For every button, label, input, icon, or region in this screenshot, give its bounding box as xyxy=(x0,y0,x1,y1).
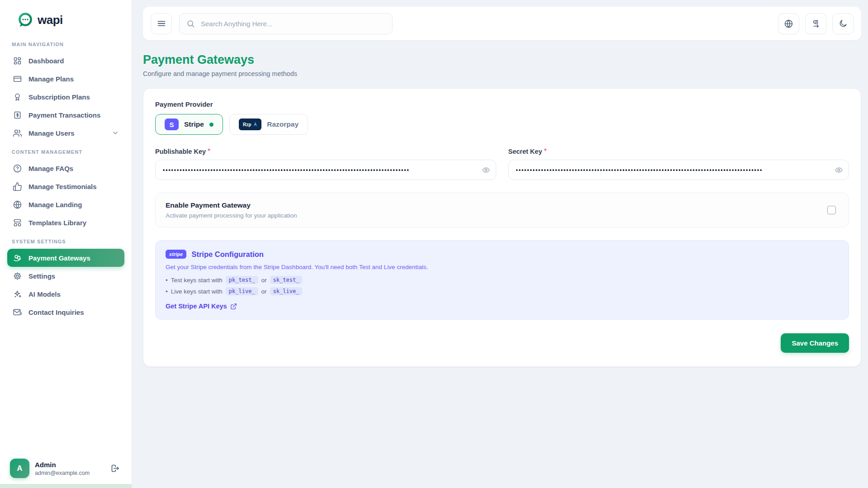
enable-gateway-checkbox[interactable] xyxy=(827,206,836,214)
bullet-text: Test keys start with xyxy=(171,277,223,284)
secret-key-input-wrap xyxy=(508,160,849,180)
text-direction-icon xyxy=(811,19,821,28)
razorpay-arrow-glyph xyxy=(253,122,257,127)
bullet-conjunction: or xyxy=(261,288,267,295)
enable-gateway-title: Enable Payment Gateway xyxy=(166,201,297,209)
enable-gateway-text: Enable Payment Gateway Activate payment … xyxy=(166,201,297,219)
stripe-logo-icon: S xyxy=(165,118,179,130)
dashboard-grid-icon xyxy=(13,56,22,66)
toggle-secret-key-visibility-button[interactable] xyxy=(835,166,843,174)
bullet-text: Live keys start with xyxy=(171,288,223,295)
sidebar-item-manage-users[interactable]: Manage Users xyxy=(7,124,124,142)
user-name: Admin xyxy=(35,461,90,469)
publishable-key-field: Publishable Key* xyxy=(155,147,496,180)
external-link-icon xyxy=(230,303,237,310)
provider-selector: S Stripe Rzp Razorpay xyxy=(155,114,849,135)
nav-section-label-main: MAIN NAVIGATION xyxy=(12,42,120,47)
horizontal-scrollbar[interactable] xyxy=(0,484,132,488)
code-sk-live: sk_live_ xyxy=(270,287,303,295)
enable-gateway-row: Enable Payment Gateway Activate payment … xyxy=(155,193,849,227)
nav-section-label-content: CONTENT MANAGEMENT xyxy=(12,149,120,155)
code-pk-live: pk_live_ xyxy=(226,287,258,295)
stripe-info-description: Get your Stripe credentials from the Str… xyxy=(166,264,839,270)
sidebar-item-label: Payment Gateways xyxy=(28,254,90,262)
card-actions: Save Changes xyxy=(155,333,849,353)
razorpay-logo-icon: Rzp xyxy=(239,118,261,130)
required-asterisk: * xyxy=(544,147,546,155)
get-stripe-api-keys-link[interactable]: Get Stripe API Keys xyxy=(166,303,237,310)
sidebar-item-payment-gateways[interactable]: Payment Gateways xyxy=(7,249,124,267)
menu-toggle-button[interactable] xyxy=(151,13,172,34)
mail-alert-icon xyxy=(13,308,22,317)
page-title: Payment Gateways xyxy=(143,53,857,67)
sidebar-item-payment-transactions[interactable]: Payment Transactions xyxy=(7,106,124,124)
gear-icon xyxy=(13,271,22,281)
selected-dot xyxy=(209,123,213,127)
publishable-key-input-wrap xyxy=(155,160,496,180)
sidebar-item-subscription-plans[interactable]: Subscription Plans xyxy=(7,88,124,106)
chat-bubble-icon xyxy=(17,12,33,28)
language-button[interactable] xyxy=(778,13,799,34)
avatar: A xyxy=(10,459,29,478)
main-area: Payment Gateways Configure and manage pa… xyxy=(132,0,868,488)
code-sk-test: sk_test_ xyxy=(270,276,303,284)
search-box xyxy=(179,13,393,34)
provider-option-stripe[interactable]: S Stripe xyxy=(155,114,223,135)
topbar-actions xyxy=(778,13,854,34)
publishable-key-input[interactable] xyxy=(155,160,496,180)
eye-icon xyxy=(835,166,843,174)
search-input[interactable] xyxy=(200,19,385,28)
bullet-glyph: • xyxy=(166,288,168,295)
sidebar: wapi MAIN NAVIGATION Dashboard xyxy=(0,0,132,488)
chevron-down-icon xyxy=(112,129,119,137)
sidebar-item-label: Payment Transactions xyxy=(28,111,100,119)
sparkles-icon xyxy=(13,289,22,299)
provider-option-razorpay[interactable]: Rzp Razorpay xyxy=(229,114,308,135)
thumbs-up-icon xyxy=(13,182,22,191)
nav-section-label-system: SYSTEM SETTINGS xyxy=(12,239,120,244)
user-card[interactable]: A Admin admin@example.com xyxy=(0,451,132,488)
sidebar-item-contact-inquiries[interactable]: Contact Inquiries xyxy=(7,303,124,321)
link-label: Get Stripe API Keys xyxy=(166,303,227,310)
page-header: Payment Gateways Configure and manage pa… xyxy=(143,53,857,77)
topbar xyxy=(143,7,861,40)
provider-option-label: Stripe xyxy=(184,120,204,128)
bullet-conjunction: or xyxy=(261,277,267,284)
help-circle-icon xyxy=(13,164,22,173)
sidebar-item-label: Dashboard xyxy=(28,57,64,65)
razorpay-logo-text: Rzp xyxy=(243,122,251,127)
sidebar-item-manage-testimonials[interactable]: Manage Testimonials xyxy=(7,177,124,195)
sidebar-item-label: AI Models xyxy=(28,290,61,298)
api-keys-fields: Publishable Key* xyxy=(155,147,849,180)
dark-mode-moon-icon xyxy=(839,19,848,28)
sidebar-item-templates-library[interactable]: Templates Library xyxy=(7,213,124,232)
brand-logo[interactable]: wapi xyxy=(0,0,132,33)
sidebar-item-manage-faqs[interactable]: Manage FAQs xyxy=(7,159,124,177)
search-icon xyxy=(186,19,195,28)
sidebar-item-dashboard[interactable]: Dashboard xyxy=(7,52,124,70)
dark-mode-button[interactable] xyxy=(832,13,854,34)
gateway-settings-card: Payment Provider S Stripe Rzp Razorpay xyxy=(143,88,861,367)
sidebar-item-label: Manage Testimonials xyxy=(28,183,97,190)
secret-key-input[interactable] xyxy=(508,160,849,180)
save-changes-button[interactable]: Save Changes xyxy=(781,333,849,353)
credit-card-icon xyxy=(13,74,22,84)
sidebar-item-manage-plans[interactable]: Manage Plans xyxy=(7,70,124,88)
layout-icon xyxy=(13,218,22,227)
sidebar-item-settings[interactable]: Settings xyxy=(7,267,124,285)
app-root: wapi MAIN NAVIGATION Dashboard xyxy=(0,0,868,488)
sidebar-item-label: Manage Users xyxy=(28,129,75,137)
user-info: Admin admin@example.com xyxy=(35,461,90,476)
receipt-dollar-icon xyxy=(13,110,22,120)
enable-gateway-subtitle: Activate payment processing for your app… xyxy=(166,212,297,219)
payments-icon xyxy=(13,253,22,263)
logout-button[interactable] xyxy=(109,462,122,475)
stripe-info-header: stripe Stripe Configuration xyxy=(166,250,839,259)
sidebar-item-label: Manage FAQs xyxy=(28,165,73,172)
text-direction-button[interactable] xyxy=(805,13,826,34)
sidebar-item-ai-models[interactable]: AI Models xyxy=(7,285,124,303)
sidebar-item-manage-landing[interactable]: Manage Landing xyxy=(7,195,124,213)
toggle-publishable-key-visibility-button[interactable] xyxy=(482,166,490,174)
sidebar-item-label: Settings xyxy=(28,272,55,280)
page-subtitle: Configure and manage payment processing … xyxy=(143,70,857,77)
